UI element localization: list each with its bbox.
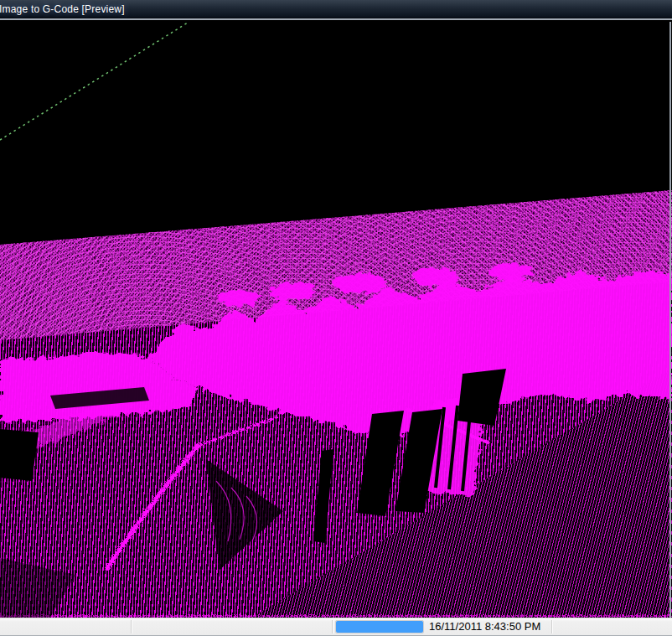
titlebar[interactable]: Image to G-Code [Preview]: [0, 0, 672, 20]
toolpath-overlay: [0, 22, 672, 618]
statusbar-separator: [332, 620, 333, 633]
toolpath-edge-chains: [0, 409, 672, 616]
rifle-toolpath-silhouette: [0, 263, 672, 496]
rapid-move-line: [0, 23, 188, 140]
statusbar-separator: [131, 620, 132, 633]
statusbar-separator: [551, 620, 552, 633]
progress-fill: [336, 621, 423, 633]
status-bar: 16/11/2011 8:43:50 PM: [0, 618, 672, 636]
progress-bar: [335, 620, 424, 633]
status-timestamp: 16/11/2011 8:43:50 PM: [429, 618, 540, 635]
window-title: Image to G-Code [Preview]: [0, 0, 125, 18]
window-right-border: [669, 22, 671, 618]
app-window: Image to G-Code [Preview]: [0, 0, 672, 636]
gcode-preview-canvas[interactable]: [0, 22, 672, 618]
